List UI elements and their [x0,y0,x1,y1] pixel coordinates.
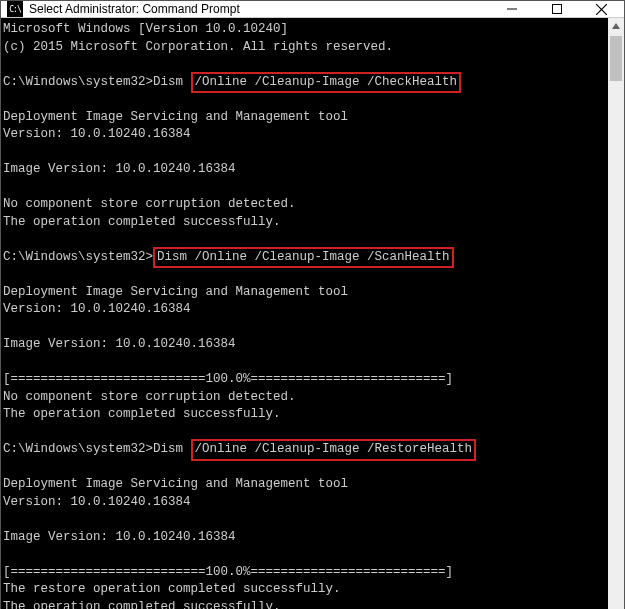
output-line: The restore operation completed successf… [3,582,341,596]
svg-rect-1 [552,5,561,14]
cmd-icon: C:\ [7,1,23,17]
close-button[interactable] [579,1,624,17]
output-line: Deployment Image Servicing and Managemen… [3,110,348,124]
client-area: Microsoft Windows [Version 10.0.10240] (… [1,18,624,609]
maximize-button[interactable] [534,1,579,17]
output-line: [==========================100.0%=======… [3,565,453,579]
command-prompt-window: C:\ Select Administrator: Command Prompt… [0,0,625,609]
output-line: [==========================100.0%=======… [3,372,453,386]
output-line: (c) 2015 Microsoft Corporation. All righ… [3,40,393,54]
cmd-icon-label: C:\ [9,5,20,14]
output-line: Deployment Image Servicing and Managemen… [3,477,348,491]
output-line: The operation completed successfully. [3,600,281,610]
highlight-box-scanhealth: Dism /Online /Cleanup-Image /ScanHealth [153,247,454,269]
output-line: Image Version: 10.0.10240.16384 [3,530,236,544]
output-line: C:\Windows\system32> [3,250,153,264]
titlebar[interactable]: C:\ Select Administrator: Command Prompt [1,1,624,18]
output-line: Deployment Image Servicing and Managemen… [3,285,348,299]
output-line: C:\Windows\system32>Dism [3,442,191,456]
output-line: C:\Windows\system32>Dism [3,75,191,89]
output-line: The operation completed successfully. [3,215,281,229]
scroll-up-arrow-icon[interactable] [608,18,624,34]
output-line: No component store corruption detected. [3,197,296,211]
output-line: Microsoft Windows [Version 10.0.10240] [3,22,288,36]
output-line: Version: 10.0.10240.16384 [3,302,191,316]
terminal-output[interactable]: Microsoft Windows [Version 10.0.10240] (… [1,18,608,609]
scroll-thumb[interactable] [610,36,622,81]
highlight-box-checkhealth: /Online /Cleanup-Image /CheckHealth [191,72,462,94]
highlight-box-restorehealth: /Online /Cleanup-Image /RestoreHealth [191,439,477,461]
svg-marker-4 [612,23,620,29]
vertical-scrollbar[interactable] [608,18,624,609]
output-line: No component store corruption detected. [3,390,296,404]
output-line: Image Version: 10.0.10240.16384 [3,162,236,176]
minimize-button[interactable] [489,1,534,17]
output-line: Version: 10.0.10240.16384 [3,495,191,509]
output-line: Version: 10.0.10240.16384 [3,127,191,141]
window-title: Select Administrator: Command Prompt [29,2,489,16]
output-line: The operation completed successfully. [3,407,281,421]
window-controls [489,1,624,17]
output-line: Image Version: 10.0.10240.16384 [3,337,236,351]
